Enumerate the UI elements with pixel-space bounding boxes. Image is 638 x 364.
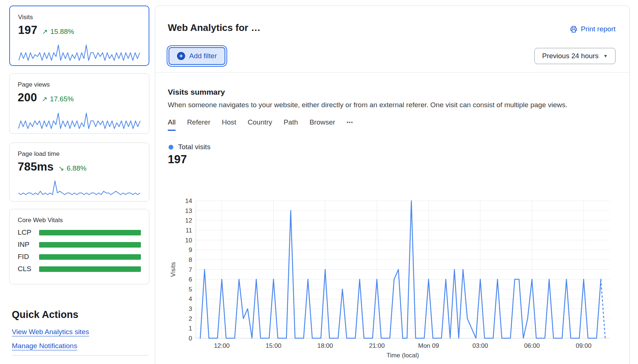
svg-text:5: 5 [189, 286, 192, 293]
trend-value: 17.65% [50, 95, 73, 103]
printer-icon [570, 25, 578, 33]
stat-value: 197 [18, 24, 37, 37]
page-views-sparkline [18, 111, 141, 130]
trend-up-icon: ↗ [42, 95, 47, 103]
trend-down-icon: ↘ [59, 164, 64, 172]
sidebar: Visits 197 ↗ 15.88% Page views 200 ↗ 17.… [9, 6, 149, 356]
legend-label: Total visits [178, 143, 211, 151]
time-range-label: Previous 24 hours [542, 52, 599, 60]
stat-card-page-load-time[interactable]: Page load time 785ms ↘ 6.88% [9, 143, 149, 202]
quick-actions: Quick Actions View Web Analytics sites M… [9, 309, 149, 356]
svg-text:12:00: 12:00 [214, 342, 230, 349]
web-analytics-dashboard: Visits 197 ↗ 15.88% Page views 200 ↗ 17.… [0, 0, 638, 364]
stat-label: Page views [18, 81, 141, 88]
visits-line-chart: 0123456789101112131412:0015:0018:0021:00… [168, 176, 623, 359]
tab-all[interactable]: All [168, 118, 176, 131]
svg-text:4: 4 [189, 295, 192, 302]
svg-text:7: 7 [189, 266, 192, 273]
plus-circle-icon: + [177, 52, 185, 60]
stat-value-row: 200 ↗ 17.65% [18, 91, 141, 104]
print-report-label: Print report [581, 25, 616, 33]
vital-bar-green [39, 266, 141, 272]
svg-text:15:00: 15:00 [266, 342, 281, 349]
vital-bar-green [39, 254, 141, 260]
header-divider [155, 72, 630, 73]
stat-value-row: 197 ↗ 15.88% [18, 24, 141, 37]
vital-row-fid: FID [18, 253, 141, 260]
tab-country[interactable]: Country [248, 118, 273, 131]
svg-text:21:00: 21:00 [369, 342, 385, 349]
link-view-web-analytics-sites[interactable]: View Web Analytics sites [12, 328, 89, 336]
tab-referer[interactable]: Referer [187, 118, 210, 131]
svg-text:11: 11 [185, 227, 192, 234]
svg-text:03:00: 03:00 [472, 342, 488, 349]
stat-value-row: 785ms ↘ 6.88% [18, 160, 141, 174]
tab-more-icon[interactable]: ••• [347, 119, 353, 131]
vitals-rows: LCPINPFIDCLS [18, 229, 141, 273]
vital-row-cls: CLS [18, 265, 141, 273]
total-visits-value: 197 [168, 153, 187, 166]
sidebar-divider [12, 355, 149, 356]
svg-text:09:00: 09:00 [576, 342, 592, 349]
svg-text:Time (local): Time (local) [386, 352, 419, 359]
tab-host[interactable]: Host [222, 118, 236, 131]
svg-text:Mon 09: Mon 09 [418, 342, 439, 349]
page-title: Web Analytics for … [168, 22, 260, 34]
print-report-button[interactable]: Print report [570, 25, 616, 33]
stat-label: Page load time [18, 150, 141, 158]
core-web-vitals-card: Core Web Vitals LCPINPFIDCLS [9, 209, 149, 284]
vital-row-lcp: LCP [18, 229, 141, 236]
svg-text:13: 13 [185, 207, 192, 214]
tab-browser[interactable]: Browser [309, 118, 335, 131]
summary-tabs: AllRefererHostCountryPathBrowser••• [168, 118, 353, 131]
link-manage-notifications[interactable]: Manage Notifications [12, 342, 77, 350]
stat-value: 785ms [18, 160, 54, 174]
vital-row-inp: INP [18, 241, 141, 248]
trend-badge: ↗ 17.65% [42, 95, 74, 103]
svg-text:8: 8 [189, 256, 192, 263]
stat-label: Visits [18, 14, 141, 21]
trend-value: 6.88% [67, 164, 87, 172]
svg-text:14: 14 [185, 197, 192, 204]
time-range-dropdown[interactable]: Previous 24 hours ▼ [534, 48, 616, 64]
vital-label: LCP [18, 228, 39, 237]
svg-text:10: 10 [185, 237, 192, 244]
chart-legend: Total visits [169, 143, 211, 151]
stat-card-visits[interactable]: Visits 197 ↗ 15.88% [9, 6, 149, 66]
stat-value: 200 [18, 91, 37, 104]
svg-text:2: 2 [189, 315, 192, 322]
main-panel: Web Analytics for … Print report + Add f… [155, 6, 630, 364]
stat-card-page-views[interactable]: Page views 200 ↗ 17.65% [9, 73, 149, 134]
svg-text:3: 3 [189, 305, 192, 312]
svg-text:06:00: 06:00 [524, 342, 540, 349]
vital-bar-green [39, 230, 141, 235]
svg-text:12: 12 [185, 217, 192, 224]
trend-badge: ↗ 15.88% [42, 28, 74, 36]
page-load-sparkline [18, 179, 141, 197]
vital-bar-green [39, 242, 141, 248]
svg-text:9: 9 [189, 246, 192, 253]
add-filter-button[interactable]: + Add filter [169, 47, 225, 65]
quick-actions-title: Quick Actions [12, 309, 149, 321]
visits-summary-description: When someone navigates to your website, … [168, 101, 568, 109]
vitals-title: Core Web Vitals [18, 217, 141, 224]
visits-summary-title: Visits summary [168, 88, 225, 97]
add-filter-label: Add filter [189, 52, 217, 60]
tab-path[interactable]: Path [284, 118, 298, 131]
trend-badge: ↘ 6.88% [59, 164, 87, 172]
svg-text:Visits: Visits [170, 262, 177, 277]
vital-label: FID [18, 253, 39, 261]
vital-label: CLS [18, 265, 39, 273]
svg-text:6: 6 [189, 276, 192, 283]
trend-value: 15.88% [50, 28, 74, 36]
trend-up-icon: ↗ [42, 28, 48, 36]
quick-actions-links: View Web Analytics sites Manage Notifica… [12, 321, 149, 350]
visits-sparkline [18, 43, 141, 62]
visits-chart: 0123456789101112131412:0015:0018:0021:00… [168, 176, 623, 360]
svg-text:18:00: 18:00 [317, 342, 333, 349]
svg-text:1: 1 [189, 325, 192, 332]
chevron-down-icon: ▼ [603, 53, 608, 59]
legend-dot-icon [169, 145, 173, 150]
svg-text:0: 0 [189, 335, 192, 342]
vital-label: INP [18, 241, 39, 249]
